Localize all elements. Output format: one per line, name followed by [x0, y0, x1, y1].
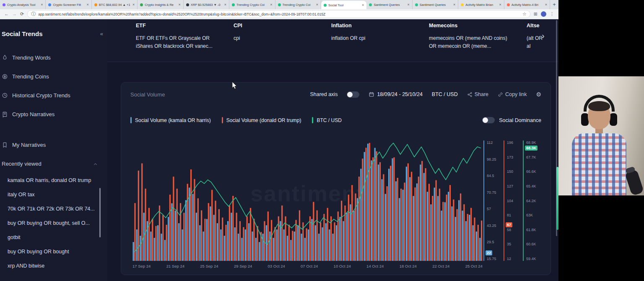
- axis-tick: 81: [507, 213, 511, 217]
- axis-line: [504, 140, 504, 261]
- tab-close-icon[interactable]: ×: [87, 3, 89, 7]
- axis-tick: 84.5: [487, 174, 494, 178]
- browser-tab-santiment-queries[interactable]: Santiment Queries×: [413, 0, 458, 9]
- browser-tab-xrp-0-525863-0[interactable]: XRP $0.525863 ▼ -0×: [184, 0, 229, 9]
- sidebar-item-recently-viewed[interactable]: Recently viewed: [0, 154, 107, 173]
- chart-area[interactable]: santiment: [132, 140, 483, 261]
- tab-close-icon[interactable]: ×: [178, 3, 180, 7]
- sidebar-item-trending-words[interactable]: Trending Words: [0, 48, 107, 67]
- topic-card-inflation[interactable]: Inflationinflation OR cpi: [331, 23, 429, 62]
- tab-close-icon[interactable]: ×: [362, 3, 364, 7]
- url-bar[interactable]: ⓘ app.santiment.net/labs/trends/explore/…: [27, 10, 530, 18]
- tab-close-icon[interactable]: ×: [224, 3, 226, 7]
- x-axis-label: 25 Oct 24: [465, 264, 483, 268]
- collapse-sidebar-icon[interactable]: «: [100, 31, 103, 37]
- webcam-overlay: [558, 76, 644, 195]
- sidebar-item-label: My Narratives: [12, 142, 46, 148]
- tab-close-icon[interactable]: ×: [41, 3, 43, 7]
- sidebar-item-trending-coins[interactable]: Trending Coins: [0, 67, 107, 86]
- topic-card-memecoins[interactable]: Memecoinsmemecoins OR (meme AND coins) O…: [429, 23, 527, 62]
- axis-tick: 104: [507, 199, 513, 203]
- recent-item[interactable]: italy OR tax: [0, 187, 107, 202]
- topic-title: Inflation: [331, 23, 429, 29]
- axis-tick: 61.8K: [526, 228, 536, 232]
- x-axis-label: 14 Oct 24: [366, 264, 384, 268]
- recent-item[interactable]: kamala OR harris, donald OR trump: [0, 173, 107, 187]
- recent-item[interactable]: buy OR buying OR bought: [0, 245, 107, 259]
- browser-tab-social-tool[interactable]: Social Tool×: [321, 1, 366, 9]
- person-head: [588, 102, 610, 129]
- recent-item[interactable]: xrp AND bitwise: [0, 259, 107, 273]
- recent-item[interactable]: buy OR buying OR bought, sell O...: [0, 216, 107, 230]
- profile-avatar[interactable]: [541, 11, 546, 17]
- legend-label: Social Volume (kamala OR harris): [135, 117, 211, 123]
- site-info-icon[interactable]: ⓘ: [31, 12, 36, 16]
- axis-tick: 67.7K: [526, 155, 536, 159]
- back-icon[interactable]: ←: [4, 12, 9, 16]
- page-content: Social Trends « Trending WordsTrending C…: [0, 19, 558, 281]
- extensions-icon[interactable]: ⊞: [534, 12, 538, 16]
- sidebar-item-crypto-narratives[interactable]: Crypto Narratives: [0, 105, 107, 124]
- tab-close-icon[interactable]: ×: [408, 3, 410, 7]
- browser-tab-santiment-queries[interactable]: Santiment Queries×: [366, 0, 412, 9]
- topic-card-cpi[interactable]: CPIcpi: [234, 23, 331, 62]
- recent-item[interactable]: 70k OR 71k OR 72k OR 73k OR 74...: [0, 202, 107, 216]
- chevron-up-icon[interactable]: [93, 161, 98, 167]
- asset-selector[interactable]: BTC / USD: [432, 91, 458, 97]
- sidebar-item-historical-crypto-trends[interactable]: Historical Crypto Trends: [0, 86, 107, 105]
- calendar-icon: [369, 91, 374, 97]
- date-range-picker[interactable]: 18/09/24 - 25/10/24: [369, 91, 422, 97]
- browser-toolbar: ← → ⟳ ⓘ app.santiment.net/labs/trends/ex…: [0, 9, 558, 19]
- browser-tab-trending-crypto-coi[interactable]: Trending Crypto Coi×: [229, 0, 275, 9]
- axis-tick: 63K: [526, 213, 533, 217]
- share-button[interactable]: Share: [467, 91, 488, 97]
- sidebar-item-my-narratives[interactable]: My Narratives: [0, 135, 107, 154]
- tab-close-icon[interactable]: ×: [316, 3, 318, 7]
- axis-current-value-badge: 67: [506, 222, 512, 227]
- topic-card-altse[interactable]: Altse(alt OR al: [527, 23, 550, 62]
- browser-tab-activity-matrix-4-bri[interactable]: Activity Matrix-4 Bri×: [504, 0, 550, 9]
- social-dominance-toggle[interactable]: [482, 117, 495, 123]
- tab-close-icon[interactable]: ×: [270, 3, 272, 7]
- topics-scroll-right-icon[interactable]: ›: [542, 31, 545, 41]
- browser-tab-crypto-screener-filt[interactable]: Crypto Screener Filt×: [46, 0, 91, 9]
- new-tab-button[interactable]: +: [550, 0, 558, 9]
- browser-tab-crypto-analysis-tool[interactable]: Crypto Analysis Tool×: [0, 0, 46, 9]
- legend-color-chip: [222, 117, 223, 123]
- tab-label: Crypto Insights & Re: [145, 3, 177, 7]
- sidebar-scrollbar[interactable]: [99, 188, 101, 237]
- browser-tab-trending-crypto-coi[interactable]: Trending Crypto Coi×: [275, 0, 321, 9]
- x-axis-label: 10 Oct 24: [334, 264, 351, 268]
- legend-item: Social Volume (donald OR trump): [222, 117, 301, 123]
- tab-close-icon[interactable]: ×: [499, 3, 501, 7]
- screen: Crypto Analysis Tool×Crypto Screener Fil…: [0, 0, 644, 281]
- browser-tab-btc-68-602-94-1[interactable]: BTC $68,602.94 ▲ +1×: [92, 0, 138, 9]
- topics-row: ETFETF OR ETFs OR Grayscale OR iShares O…: [107, 19, 558, 62]
- tab-close-icon[interactable]: ×: [545, 3, 547, 7]
- bookmark-icon: [2, 142, 8, 148]
- tab-favicon-icon: [324, 4, 327, 7]
- settings-gear-icon[interactable]: ⚙: [536, 91, 541, 98]
- sidebar: Social Trends « Trending WordsTrending C…: [0, 19, 107, 281]
- shared-axis-toggle[interactable]: [347, 91, 359, 98]
- tab-close-icon[interactable]: ×: [132, 3, 135, 7]
- plaid-shirt: [572, 133, 626, 195]
- sidebar-item-label: Crypto Narratives: [12, 111, 55, 117]
- forward-icon[interactable]: →: [12, 12, 17, 16]
- copy-link-button[interactable]: Copy link: [498, 91, 527, 97]
- tab-label: Social Tool: [328, 3, 360, 7]
- legend-item: BTC / USD: [312, 117, 341, 123]
- recent-item[interactable]: gotbit: [0, 230, 107, 245]
- axis-tick: 68.9K: [526, 140, 536, 145]
- browser-tab-crypto-insights-re[interactable]: Crypto Insights & Re×: [138, 0, 183, 9]
- share-icon: [467, 92, 473, 97]
- browser-tab-activity-matrix-brian[interactable]: Activity Matrix Brian×: [458, 0, 504, 9]
- reload-icon[interactable]: ⟳: [20, 12, 24, 16]
- bookmark-star-icon[interactable]: ☆: [522, 12, 527, 16]
- microphone: [625, 169, 644, 195]
- menu-icon[interactable]: ⋮: [550, 12, 554, 16]
- topic-card-etf[interactable]: ETFETF OR ETFs OR Grayscale OR iShares O…: [136, 23, 234, 62]
- topic-title: Memecoins: [429, 23, 527, 29]
- topic-title: ETF: [136, 23, 234, 29]
- tab-close-icon[interactable]: ×: [453, 3, 455, 7]
